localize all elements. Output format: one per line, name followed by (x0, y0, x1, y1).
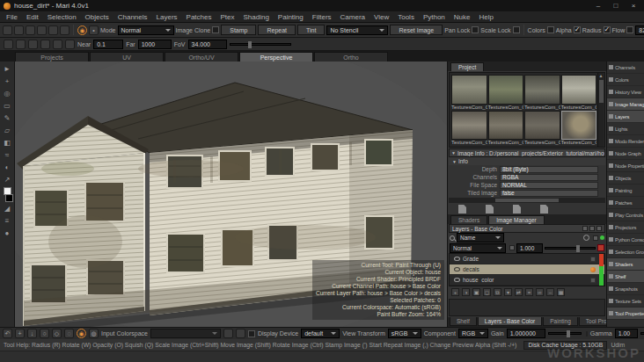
palette-item-texture-sets[interactable]: Texture Sets (607, 295, 644, 308)
display-device-dropdown[interactable]: default (301, 329, 340, 338)
menu-item[interactable]: View (370, 13, 393, 21)
lasso-icon[interactable] (40, 40, 50, 49)
view-tab[interactable]: Ortho/UV (165, 52, 238, 62)
palette-item-node-graph[interactable]: Node Graph (607, 148, 644, 160)
texture-thumbnail[interactable]: TexturesCom_C (451, 75, 487, 110)
slide-tool-icon[interactable]: ≡ (2, 216, 12, 227)
display-checkbox[interactable] (248, 330, 255, 337)
export-icon[interactable] (48, 25, 58, 35)
add-adjustment-icon[interactable]: ◑ (462, 288, 470, 296)
palette-item-python-console[interactable]: Python Console (607, 234, 644, 246)
palette-item-painting[interactable]: Painting (607, 185, 644, 197)
info-field-value[interactable]: false (500, 190, 598, 197)
gradient-tool-icon[interactable]: ◐ (2, 163, 12, 173)
info-field-value[interactable]: RGBA (500, 174, 598, 181)
palette-item-selection-groups[interactable]: Selection Groups (607, 246, 644, 258)
info-section-header[interactable]: ▼ Info (449, 157, 605, 165)
minimize-button[interactable]: – (591, 1, 605, 11)
texture-thumbnail[interactable]: TexturesCom_C (524, 111, 560, 146)
paint-mode-dropdown[interactable]: Normal (118, 25, 174, 35)
close-button[interactable]: × (626, 1, 640, 11)
fov-slider[interactable] (230, 43, 291, 46)
blend-mode-dropdown[interactable]: Normal (450, 243, 506, 253)
mail-image-icon[interactable] (513, 205, 521, 214)
menu-item[interactable]: Ptex (216, 13, 238, 21)
transfer-layer-icon[interactable]: ⇄ (515, 288, 523, 296)
vector-tool-icon[interactable]: ↗ (2, 175, 12, 185)
blur-tool-icon[interactable]: ≈ (2, 150, 12, 161)
input-colorspace-dropdown[interactable] (150, 329, 221, 338)
menu-item[interactable]: Filters (308, 13, 336, 21)
menu-item[interactable]: Objects (81, 13, 113, 21)
texture-thumbnail[interactable]: TexturesCom_C (561, 111, 597, 146)
grid-icon[interactable] (28, 40, 38, 49)
thumbnail-scrollbar[interactable]: ▲ (597, 73, 604, 147)
palette-item-patches[interactable]: Patches (607, 197, 644, 209)
palette-item-colors[interactable]: Colors (607, 74, 644, 86)
palette-item-lights[interactable]: Lights (607, 123, 644, 135)
menu-item[interactable]: Tools (393, 13, 419, 21)
menu-item[interactable]: Selection (43, 13, 81, 21)
visibility-eye-icon[interactable] (454, 267, 460, 272)
remove-layer-icon[interactable]: – (546, 288, 554, 296)
close-project-icon[interactable] (14, 25, 24, 35)
texture-thumbnail[interactable]: TexturesCom_C (524, 75, 560, 110)
menu-item[interactable]: Patches (182, 13, 216, 21)
layer-opacity-field[interactable]: 1.000 (516, 243, 543, 253)
menu-item[interactable]: Camera (336, 13, 370, 21)
layer-row-house_color[interactable]: house_color (450, 275, 604, 286)
paint-buffer-icon[interactable]: • (89, 25, 99, 35)
colorspace-globe-icon[interactable]: ◍ (89, 329, 99, 338)
paint-target-icon[interactable]: ◉ (77, 25, 87, 35)
flatten-icon[interactable]: = (525, 288, 533, 296)
view-tab[interactable]: UV (90, 52, 164, 62)
texture-thumbnail[interactable]: TexturesCom_C (561, 75, 597, 110)
filter-dropdown[interactable]: Name (457, 233, 504, 243)
drop-icon[interactable]: ↓ (27, 329, 37, 338)
marquee-tool-icon[interactable]: ▭ (2, 101, 12, 112)
transform-tool-icon[interactable]: + (2, 76, 12, 87)
circle-select-icon[interactable]: ○ (40, 329, 49, 338)
add-mask-icon[interactable]: ◻ (483, 288, 491, 296)
view-tab[interactable]: Perspective (239, 52, 313, 62)
visibility-eye-icon[interactable] (454, 257, 460, 261)
pinup-tool-icon[interactable]: ● (2, 228, 12, 239)
menu-item[interactable]: Painting (274, 13, 308, 21)
save-image-icon[interactable] (486, 205, 494, 214)
brush-preview-icon[interactable]: ◉ (77, 329, 86, 338)
layers-panel-tab[interactable]: Shaders (450, 215, 487, 224)
layers-option-icon-1[interactable] (582, 226, 588, 231)
radius-field[interactable]: 82 (635, 25, 644, 35)
open-image-icon[interactable] (458, 205, 466, 214)
add-layer-icon[interactable]: + (451, 288, 459, 296)
layer-row-Grade[interactable]: Grade (450, 254, 604, 264)
palette-item-shaders[interactable]: Shaders (607, 258, 644, 271)
menu-item[interactable]: Python (419, 13, 450, 21)
menu-item[interactable]: Shading (238, 13, 273, 21)
colors-checkbox[interactable] (547, 26, 554, 33)
repeat-button[interactable]: Repeat (258, 25, 296, 35)
view-transform-dropdown[interactable]: sRGB (388, 329, 421, 338)
palette-item-snapshots[interactable]: Snapshots (607, 283, 644, 295)
select-tool-icon[interactable]: ► (2, 64, 12, 75)
paint-tool-icon[interactable]: ✎ (2, 113, 12, 124)
archive-icon[interactable] (60, 25, 70, 35)
gain-slider[interactable] (548, 332, 582, 335)
menu-item[interactable]: Nuke (450, 13, 475, 21)
layer-row-decals[interactable]: decals (450, 264, 604, 275)
curve-icon[interactable] (236, 329, 245, 338)
eyedropper-tool-icon[interactable]: ◢ (2, 204, 12, 214)
far-field[interactable]: 1000 (138, 40, 172, 49)
palette-item-shelf[interactable]: Shelf (607, 271, 644, 283)
undo-icon[interactable]: ↶ (3, 329, 12, 338)
share-layer-icon[interactable]: ∞ (536, 288, 544, 296)
projection-icon[interactable] (65, 40, 75, 49)
gamma-field[interactable]: 1.00 (615, 329, 638, 338)
info-horizontal-scrollbar[interactable] (449, 198, 605, 203)
palette-item-image-manager[interactable]: Image Manager (607, 98, 644, 111)
new-project-icon[interactable] (3, 25, 12, 35)
folder-icon[interactable] (53, 40, 62, 49)
duplicate-layer-icon[interactable]: ⧉ (494, 288, 501, 296)
fov-field[interactable]: 34.000 (188, 40, 227, 49)
menu-item[interactable]: Channels (113, 13, 152, 21)
